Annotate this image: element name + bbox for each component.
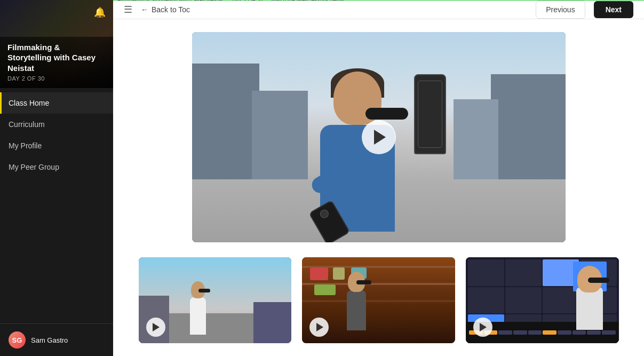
arm-with-phone [309, 155, 363, 196]
timeline-segment [528, 330, 542, 335]
editor-cell [468, 259, 504, 286]
main-content: Filmmaking & Storytelling with Casey Nei… [113, 0, 644, 356]
sidebar-item-label: Class Home [9, 99, 49, 107]
sidebar-item-curriculum[interactable]: Curriculum [0, 114, 113, 135]
ep-body [576, 287, 603, 330]
thumbnail-row [139, 257, 619, 343]
sidebar-item-label: My Peer Group [9, 163, 59, 171]
sp-glasses [198, 289, 210, 292]
sp-body [190, 297, 206, 335]
building-left [192, 64, 259, 179]
menu-icon[interactable]: ☰ [124, 4, 132, 15]
topbar: ☰ ← Back to Toc Previous Next [113, 1, 644, 19]
timeline-segment [513, 330, 527, 335]
previous-button[interactable]: Previous [536, 1, 585, 19]
thumbnail-3[interactable] [466, 257, 619, 343]
timeline-segment [602, 330, 616, 335]
thumb1-person [185, 281, 211, 335]
editor-cell [505, 259, 542, 286]
next-button[interactable]: Next [594, 1, 633, 18]
timeline-segment [498, 330, 512, 335]
user-name: Sam Gastro [31, 336, 68, 344]
thumb2-play-icon [316, 323, 323, 331]
timeline-segment [558, 330, 571, 335]
sidebar-header: 🔔 Filmmaking & Storytelling with Casey N… [0, 0, 113, 88]
timeline-segment [573, 330, 586, 335]
sidebar-item-class-home[interactable]: Class Home [0, 92, 113, 114]
building-right-2 [454, 99, 498, 179]
sidebar-nav: Class Home Curriculum My Profile My Peer… [0, 88, 113, 323]
building-left-2 [252, 91, 308, 179]
ip-glasses [356, 280, 371, 284]
thumb3-play-icon [480, 323, 487, 331]
trash-can [414, 74, 446, 154]
person-figure [304, 61, 411, 232]
person-head [333, 72, 381, 125]
timeline-segment [587, 330, 601, 335]
sidebar: 🔔 Filmmaking & Storytelling with Casey N… [0, 0, 113, 356]
ip-body [347, 290, 366, 330]
editor-cell [468, 287, 504, 314]
sidebar-item-my-peer-group[interactable]: My Peer Group [0, 156, 113, 178]
thumb1-play-icon [153, 323, 160, 331]
ep-head [577, 266, 602, 292]
back-arrow-icon: ← [141, 5, 148, 14]
ep-glasses [588, 278, 609, 283]
course-title: Filmmaking & Storytelling with Casey Nei… [7, 42, 106, 74]
back-to-toc-label: Back to Toc [152, 5, 190, 14]
thumb2-person [340, 272, 372, 330]
course-day-label: DAY 2 OF 30 [7, 75, 106, 82]
main-video-play-button[interactable] [362, 120, 396, 154]
thumb1-play-button[interactable] [146, 318, 165, 337]
main-video-player[interactable] [192, 32, 566, 242]
editor-cell [505, 287, 542, 314]
ip-head [348, 272, 365, 292]
back-to-toc-button[interactable]: ← Back to Toc [141, 5, 190, 14]
building-right [491, 74, 566, 179]
thumbnail-2[interactable] [302, 257, 455, 343]
phone-camera [318, 208, 330, 220]
play-triangle-icon [374, 130, 386, 145]
avatar-initials: SG [12, 336, 22, 344]
sidebar-footer: SG Sam Gastro [0, 323, 113, 356]
sidebar-item-my-profile[interactable]: My Profile [0, 135, 113, 156]
thumbnail-1[interactable] [139, 257, 292, 343]
sidebar-header-overlay: Filmmaking & Storytelling with Casey Nei… [0, 37, 113, 89]
main-video-scene [192, 32, 566, 242]
sunglasses [365, 108, 408, 120]
notification-bell-icon[interactable]: 🔔 [94, 6, 106, 18]
sidebar-item-label: My Profile [9, 141, 42, 150]
sp-head [191, 281, 205, 298]
timeline-segment [543, 330, 556, 335]
thumb3-play-button[interactable] [473, 318, 492, 337]
user-avatar: SG [9, 331, 26, 349]
sidebar-item-label: Curriculum [9, 120, 45, 129]
thumb2-play-button[interactable] [309, 318, 329, 337]
thumb3-person [568, 266, 611, 330]
content-area [113, 19, 644, 356]
